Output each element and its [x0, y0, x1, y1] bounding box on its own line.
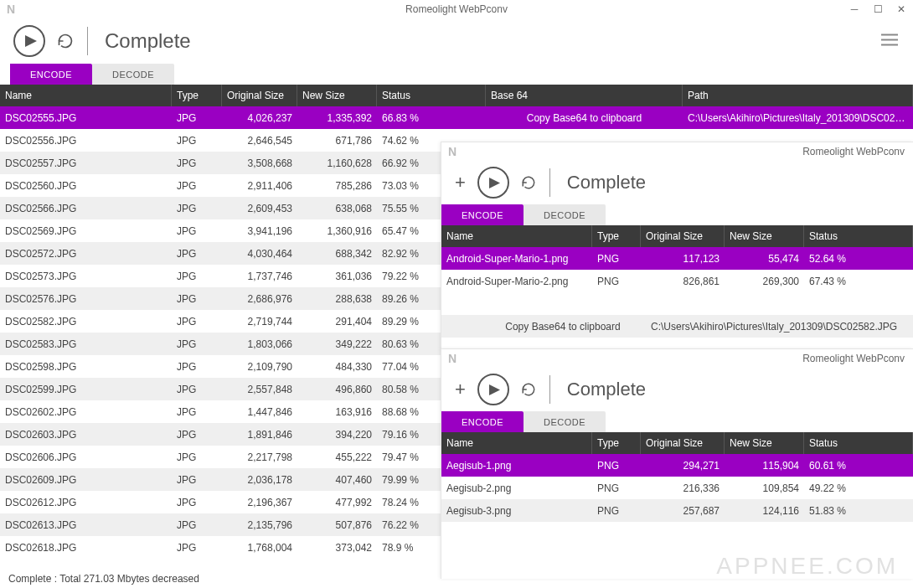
play-icon — [25, 35, 37, 47]
cell-original-size: 2,036,178 — [222, 474, 297, 486]
cell-new-size: 785,286 — [297, 180, 377, 192]
tab-decode[interactable]: DECODE — [92, 64, 174, 85]
cell-type: JPG — [172, 203, 222, 214]
cell-type: JPG — [172, 474, 222, 486]
cell-type: PNG — [592, 253, 641, 265]
col-type[interactable]: Type — [592, 432, 641, 454]
cell-name: DSC02618.JPG — [0, 542, 172, 554]
tab-encode[interactable]: ENCODE — [441, 411, 524, 432]
table-row[interactable]: Aegisub-3.pngPNG257,687124,11651.83 % — [441, 499, 913, 522]
cell-type: PNG — [592, 460, 641, 472]
cell-new-size: 349,222 — [297, 338, 377, 350]
close-button[interactable]: ✕ — [890, 0, 913, 18]
cell-status: 60.61 % — [804, 460, 913, 472]
cell-new-size: 373,042 — [297, 542, 377, 554]
cell-name: DSC02612.JPG — [0, 497, 172, 508]
cell-original-size: 1,768,004 — [222, 542, 297, 554]
cell-name: DSC02556.JPG — [0, 135, 172, 147]
refresh-button[interactable] — [57, 33, 74, 49]
col-new-size[interactable]: New Size — [725, 225, 804, 247]
cell-original-size: 294,271 — [641, 460, 725, 472]
cell-type: JPG — [172, 293, 222, 305]
table-body: Android-Super-Mario-1.pngPNG117,12355,47… — [441, 247, 913, 292]
table-row[interactable]: DSC02555.JPGJPG4,026,2371,335,39266.83 %… — [0, 106, 913, 129]
minimize-button[interactable]: ─ — [843, 0, 866, 18]
window-controls: ─ ☐ ✕ — [843, 0, 913, 18]
cell-original-size: 117,123 — [641, 253, 725, 265]
table-row[interactable]: Aegisub-1.pngPNG294,271115,90460.61 % — [441, 454, 913, 477]
menu-button[interactable] — [881, 34, 898, 49]
cell-original-size: 826,861 — [641, 276, 725, 287]
cell-name: DSC02569.JPG — [0, 225, 172, 237]
cell-name: DSC02613.JPG — [0, 519, 172, 531]
cell-type: JPG — [172, 361, 222, 373]
cell-name: DSC02557.JPG — [0, 157, 172, 169]
cell-new-size: 1,335,392 — [297, 112, 377, 124]
cell-status: 51.83 % — [804, 505, 913, 517]
table-header: Name Type Original Size New Size Status — [441, 432, 913, 454]
cell-original-size: 1,891,846 — [222, 429, 297, 441]
cell-new-size: 688,342 — [297, 248, 377, 260]
col-name[interactable]: Name — [441, 432, 592, 454]
separator — [549, 168, 550, 197]
cell-type: JPG — [172, 112, 222, 124]
cell-new-size: 394,220 — [297, 429, 377, 441]
app-logo-icon: N — [448, 353, 460, 364]
col-new-size[interactable]: New Size — [725, 432, 804, 454]
col-original-size[interactable]: Original Size — [222, 85, 297, 106]
table-header: Name Type Original Size New Size Status … — [0, 85, 913, 106]
col-new-size[interactable]: New Size — [297, 85, 377, 106]
cell-new-size: 507,876 — [297, 519, 377, 531]
cell-name: DSC02560.JPG — [0, 180, 172, 192]
cell-name: DSC02555.JPG — [0, 112, 172, 124]
copy-base64-button[interactable]: Copy Base64 to clipboard — [486, 112, 683, 124]
cell-original-size: 216,336 — [641, 482, 725, 494]
tab-decode[interactable]: DECODE — [524, 411, 606, 432]
tab-encode[interactable]: ENCODE — [10, 64, 92, 85]
table-row[interactable]: Android-Super-Mario-2.pngPNG826,861269,3… — [441, 270, 913, 292]
detail-row: Copy Base64 to clipboard C:\Users\Akihir… — [441, 315, 913, 338]
col-status[interactable]: Status — [377, 85, 486, 106]
col-type[interactable]: Type — [172, 85, 222, 106]
add-button[interactable]: + — [455, 172, 466, 193]
cell-name: DSC02606.JPG — [0, 451, 172, 463]
run-button[interactable] — [477, 167, 509, 199]
col-status[interactable]: Status — [804, 432, 913, 454]
run-button[interactable] — [13, 25, 45, 57]
tabs: ENCODE DECODE — [0, 64, 913, 85]
col-original-size[interactable]: Original Size — [641, 432, 725, 454]
cell-new-size: 407,460 — [297, 474, 377, 486]
col-status[interactable]: Status — [804, 225, 913, 247]
cell-name: DSC02603.JPG — [0, 429, 172, 441]
col-name[interactable]: Name — [441, 225, 592, 247]
cell-type: JPG — [172, 225, 222, 237]
cell-original-size: 1,803,066 — [222, 338, 297, 350]
col-base64[interactable]: Base 64 — [486, 85, 683, 106]
col-name[interactable]: Name — [0, 85, 172, 106]
tab-encode[interactable]: ENCODE — [441, 204, 524, 225]
cell-type: JPG — [172, 497, 222, 508]
add-button[interactable]: + — [455, 379, 466, 400]
cell-type: JPG — [172, 157, 222, 169]
cell-type: JPG — [172, 271, 222, 282]
refresh-button[interactable] — [521, 175, 536, 190]
cell-name: Aegisub-2.png — [441, 482, 592, 494]
titlebar: N Romeolight WebPconv — [441, 142, 913, 161]
cell-original-size: 2,109,790 — [222, 361, 297, 373]
run-button[interactable] — [477, 374, 509, 405]
copy-base64-button[interactable]: Copy Base64 to clipboard — [441, 321, 642, 333]
col-original-size[interactable]: Original Size — [641, 225, 725, 247]
tabs: ENCODE DECODE — [441, 411, 913, 432]
cell-name: DSC02582.JPG — [0, 316, 172, 328]
cell-new-size: 455,222 — [297, 451, 377, 463]
refresh-button[interactable] — [521, 382, 536, 397]
table-row[interactable]: Aegisub-2.pngPNG216,336109,85449.22 % — [441, 477, 913, 499]
maximize-button[interactable]: ☐ — [866, 0, 890, 18]
col-type[interactable]: Type — [592, 225, 641, 247]
table-row[interactable]: Android-Super-Mario-1.pngPNG117,12355,47… — [441, 247, 913, 270]
tab-decode[interactable]: DECODE — [524, 204, 606, 225]
col-path[interactable]: Path — [683, 85, 913, 106]
cell-original-size: 2,646,545 — [222, 135, 297, 147]
cell-type: JPG — [172, 180, 222, 192]
cell-new-size: 361,036 — [297, 271, 377, 282]
